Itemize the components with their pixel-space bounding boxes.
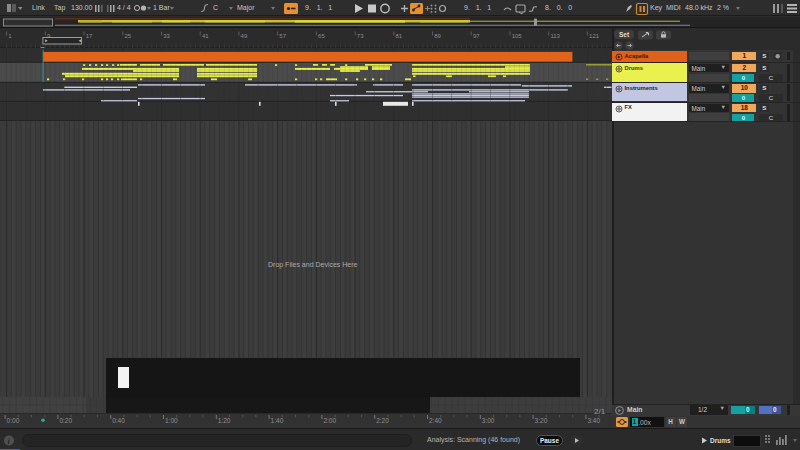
svg-text:3:00: 3:00 (482, 417, 495, 424)
svg-text:1:40: 1:40 (271, 417, 284, 424)
svg-text:81: 81 (396, 33, 403, 39)
svg-text:33: 33 (163, 33, 170, 39)
svg-text:0:00: 0:00 (7, 417, 20, 424)
svg-text:0:40: 0:40 (112, 417, 125, 424)
svg-text:105: 105 (512, 33, 523, 39)
svg-text:97: 97 (473, 33, 480, 39)
svg-text:65: 65 (318, 33, 325, 39)
svg-text:3:40: 3:40 (587, 417, 600, 424)
svg-text:17: 17 (86, 33, 93, 39)
svg-text:113: 113 (550, 33, 560, 39)
svg-text:41: 41 (202, 33, 209, 39)
svg-text:49: 49 (241, 33, 248, 39)
svg-text:2:20: 2:20 (376, 417, 389, 424)
svg-text:0:20: 0:20 (59, 417, 72, 424)
svg-text:25: 25 (125, 33, 132, 39)
svg-text:3:20: 3:20 (535, 417, 548, 424)
svg-text:73: 73 (357, 33, 364, 39)
svg-text:2:00: 2:00 (323, 417, 336, 424)
svg-text:1:00: 1:00 (165, 417, 178, 424)
svg-text:2:40: 2:40 (429, 417, 442, 424)
svg-text:89: 89 (434, 33, 441, 39)
svg-text:57: 57 (279, 33, 286, 39)
svg-text:1: 1 (8, 33, 12, 39)
svg-text:1:20: 1:20 (218, 417, 231, 424)
svg-text:121: 121 (589, 33, 600, 39)
